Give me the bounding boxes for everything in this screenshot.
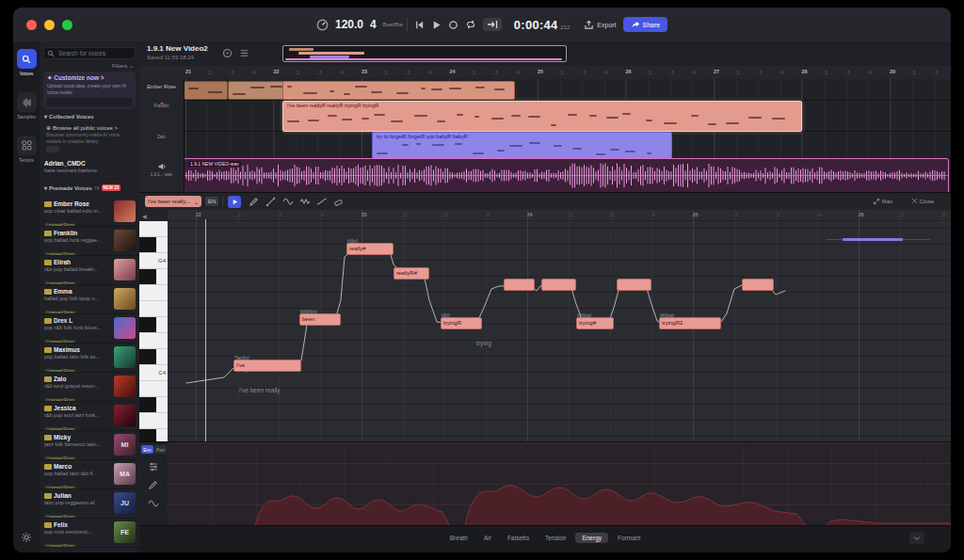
- parameter-tab[interactable]: Energy: [575, 533, 608, 543]
- envelope-mode-tab[interactable]: Env: [141, 445, 153, 454]
- parameter-tab[interactable]: Falsetto: [501, 533, 536, 543]
- sliders-icon[interactable]: [148, 461, 159, 472]
- sidebar-item-templates[interactable]: Templs: [13, 136, 40, 163]
- parameter-tab[interactable]: Tension: [538, 533, 572, 543]
- eraser-tool-icon[interactable]: [333, 197, 344, 207]
- parameter-tab[interactable]: Formant: [611, 533, 647, 543]
- piano-roll-grid[interactable]: 22.2.3.423.2.3.424.2.3.425.2.3.426.2.327…: [168, 210, 951, 441]
- track-header-franklin[interactable]: Franklin: [139, 103, 184, 108]
- vibrato-tool-icon[interactable]: [299, 197, 311, 206]
- midi-note[interactable]: [541, 279, 576, 291]
- voice-name: Julian: [54, 492, 72, 499]
- franklin-vocal-clip[interactable]: I've been reallyR reallyR tryingR trying…: [282, 101, 802, 132]
- language-badge[interactable]: EN: [205, 197, 218, 206]
- collapse-keys-button[interactable]: ◀: [139, 210, 168, 221]
- metronome-toggle-icon[interactable]: [222, 48, 233, 58]
- midi-note[interactable]: [ih][ng] trying#: [576, 317, 614, 329]
- voice-search-box[interactable]: [43, 47, 136, 59]
- track-list-icon[interactable]: [239, 48, 249, 58]
- metronome-icon[interactable]: [316, 19, 329, 31]
- customize-voice-card[interactable]: ✦ Customize now > Upload vocal data, cre…: [43, 72, 136, 109]
- voice-list-item[interactable]: Drex L pop r&b folk funk blues... Licens…: [40, 314, 139, 344]
- midi-note[interactable]: [742, 279, 774, 291]
- voice-avatar: MI: [114, 434, 136, 456]
- share-button[interactable]: Share: [623, 17, 668, 32]
- skip-back-button[interactable]: [414, 20, 425, 30]
- zoom-window-button[interactable]: [62, 20, 72, 30]
- voice-list-item[interactable]: Julian latin pop reggaeton af... License…: [40, 489, 139, 519]
- sidebar-item-voices[interactable]: Voices: [13, 49, 40, 76]
- voice-search-input[interactable]: [56, 49, 132, 57]
- close-editor-button[interactable]: Close: [911, 198, 934, 204]
- arrangement-overview[interactable]: [282, 45, 567, 62]
- voice-list-item[interactable]: Micky jazz folk flamenco latin... Licens…: [40, 431, 139, 460]
- track-header-ember[interactable]: Ember Rose: [139, 84, 184, 89]
- ember-rose-clip[interactable]: [282, 81, 515, 100]
- voice-list-item[interactable]: Franklin pop ballad funk reggae... Licen…: [40, 227, 139, 256]
- collected-voices-header[interactable]: ▾ Collected Voices: [44, 113, 94, 120]
- midi-note[interactable]: [617, 279, 651, 291]
- editor-play-button[interactable]: [228, 196, 241, 208]
- parameter-tab[interactable]: Air: [477, 533, 498, 543]
- sidebar-item-samples[interactable]: Samples: [13, 92, 40, 120]
- record-button[interactable]: [448, 20, 458, 30]
- piano-keys[interactable]: ◀ G4C4: [139, 210, 169, 441]
- voice-list-item[interactable]: Emma ballad pop folk kpop v... Licensed …: [40, 285, 139, 314]
- line-tool-icon[interactable]: [265, 197, 276, 207]
- midi-note[interactable]: [504, 279, 535, 291]
- midi-note[interactable]: [t][r] tryingR: [441, 317, 482, 329]
- glide-tool-icon[interactable]: [316, 197, 328, 206]
- pencil-tool-icon[interactable]: [249, 197, 259, 207]
- premade-voices-header[interactable]: ▾ Premade Voices 74 NEW 23: [44, 184, 120, 191]
- note-lyric: reallyR#: [396, 270, 417, 276]
- voice-name: Adrian_CMDC: [44, 160, 135, 167]
- playhead[interactable]: [205, 219, 206, 441]
- tempo-value[interactable]: 120.0: [335, 18, 363, 31]
- midi-note[interactable]: *[ay][v] I've: [233, 360, 301, 372]
- collected-voice-item[interactable]: Adrian_CMDC bass resonant baritone: [44, 160, 135, 173]
- voice-list-item[interactable]: Elirah r&b pop ballad breath... Licensed…: [40, 256, 139, 285]
- minimize-window-button[interactable]: [44, 20, 55, 30]
- parameter-curve-area[interactable]: [168, 441, 951, 526]
- pencil-icon[interactable]: [148, 480, 158, 490]
- loop-button[interactable]: [465, 19, 476, 30]
- settings-gear-icon[interactable]: [21, 532, 32, 543]
- wave-icon[interactable]: [148, 499, 159, 508]
- parameter-tab[interactable]: Breath: [443, 533, 474, 543]
- voice-list-item[interactable]: Ember Rose pop clear ballad edm in... Li…: [40, 198, 139, 227]
- export-button[interactable]: Export: [584, 20, 616, 30]
- current-lyric-selector[interactable]: I've been really...⌄: [145, 196, 201, 207]
- play-button[interactable]: [431, 20, 442, 30]
- voice-list-item[interactable]: Jessica r&b pop soul jazz funk... Licens…: [40, 402, 139, 431]
- beats-per-bar-label: Beat/Bar: [383, 22, 400, 27]
- track-header-audio[interactable]: 1.9.1...-wav: [139, 162, 184, 177]
- follow-playhead-button[interactable]: [483, 18, 502, 31]
- voice-list-item[interactable]: Felix pop rock electronic... Licensed Fr…: [40, 519, 139, 548]
- time-display[interactable]: 0:00:44.212: [514, 18, 570, 32]
- arrangement-header: 1.9.1 New Video2 Saved 11:59 18:24: [139, 41, 951, 67]
- samples-waveform-icon: [17, 92, 37, 112]
- ember-rose-clip[interactable]: [228, 81, 284, 100]
- midi-note[interactable]: reallyR#: [394, 267, 429, 280]
- voice-list-item[interactable]: Zalo r&b soul gospel reson... Licensed F…: [40, 373, 139, 402]
- midi-note[interactable]: [r][iy] really#: [346, 243, 394, 255]
- ember-rose-clip[interactable]: [184, 81, 228, 100]
- beats-per-bar-value[interactable]: 4: [370, 18, 377, 31]
- midi-note[interactable]: [b][ih][n] been: [299, 313, 341, 326]
- collapse-panel-button[interactable]: [909, 532, 924, 544]
- genre-tag-icon: [44, 260, 52, 265]
- search-icon: [47, 50, 55, 57]
- close-window-button[interactable]: [26, 20, 37, 30]
- pen-mode-tab[interactable]: Pen: [154, 445, 167, 454]
- voice-list-item[interactable]: Marco pop ballad latin r&b fl... License…: [40, 460, 139, 489]
- midi-note[interactable]: [ih][ng] tryingR2: [659, 317, 721, 329]
- audio-clip[interactable]: 1.9.1 NEW VIDEO-wav: [184, 158, 949, 192]
- filters-button[interactable]: Filters ⌄: [112, 62, 134, 69]
- maximize-editor-button[interactable]: Max: [873, 198, 892, 205]
- zalo-vocal-clip[interactable]: try to forgetR forgetR you babyR babyR: [372, 132, 672, 159]
- voice-list-item[interactable]: Maximus pop ballad latin folk so... Lice…: [40, 344, 139, 373]
- curve-tool-icon[interactable]: [282, 197, 294, 206]
- browse-public-voices-card[interactable]: ⊕Browse all public voices > Discover com…: [43, 122, 136, 158]
- track-header-zalo[interactable]: Zalo: [139, 134, 184, 139]
- timeline-ruler[interactable]: 21.2.3.422.2.3.423.2.3.424.2.3.425.2.3.4…: [139, 66, 951, 80]
